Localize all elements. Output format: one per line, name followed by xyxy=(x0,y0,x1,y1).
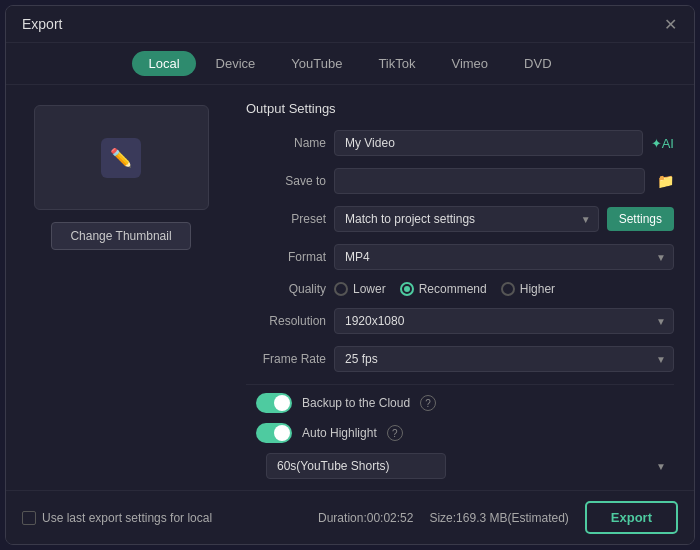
tab-dvd[interactable]: DVD xyxy=(508,51,567,76)
name-label: Name xyxy=(246,136,326,150)
divider xyxy=(246,384,674,385)
last-settings-label: Use last export settings for local xyxy=(42,511,212,525)
resolution-select-wrapper: 1920x1080 ▼ xyxy=(334,308,674,334)
resolution-row: Resolution 1920x1080 ▼ xyxy=(246,308,674,334)
name-row: Name ✦AI xyxy=(246,130,674,156)
resolution-select[interactable]: 1920x1080 xyxy=(334,308,674,334)
shorts-select-wrapper: 60s(YouTube Shorts) ▼ xyxy=(266,453,674,479)
bottom-bar: Use last export settings for local Durat… xyxy=(6,490,694,544)
quality-label: Quality xyxy=(246,282,326,296)
quality-lower-option[interactable]: Lower xyxy=(334,282,386,296)
auto-highlight-toggle[interactable] xyxy=(256,423,292,443)
duration-text: Duration:00:02:52 xyxy=(318,511,413,525)
preset-select[interactable]: Match to project settings xyxy=(334,206,599,232)
shorts-dropdown-arrow: ▼ xyxy=(656,461,666,472)
quality-recommend-radio[interactable] xyxy=(400,282,414,296)
format-label: Format xyxy=(246,250,326,264)
last-settings-checkbox-label[interactable]: Use last export settings for local xyxy=(22,511,212,525)
quality-higher-label: Higher xyxy=(520,282,555,296)
quality-higher-radio[interactable] xyxy=(501,282,515,296)
quality-lower-radio[interactable] xyxy=(334,282,348,296)
close-button[interactable]: ✕ xyxy=(662,16,678,32)
format-select[interactable]: MP4 xyxy=(334,244,674,270)
title-bar: Export ✕ xyxy=(6,6,694,43)
backup-cloud-toggle[interactable] xyxy=(256,393,292,413)
quality-radio-group: Lower Recommend Higher xyxy=(334,282,555,296)
preset-label: Preset xyxy=(246,212,326,226)
last-settings-checkbox[interactable] xyxy=(22,511,36,525)
window-title: Export xyxy=(22,16,62,32)
quality-recommend-option[interactable]: Recommend xyxy=(400,282,487,296)
save-to-label: Save to xyxy=(246,174,326,188)
quality-higher-option[interactable]: Higher xyxy=(501,282,555,296)
folder-icon[interactable]: 📁 xyxy=(657,173,674,189)
quality-recommend-label: Recommend xyxy=(419,282,487,296)
backup-cloud-help-icon[interactable]: ? xyxy=(420,395,436,411)
tabs-bar: Local Device YouTube TikTok Vimeo DVD xyxy=(6,43,694,85)
backup-cloud-row: Backup to the Cloud ? xyxy=(246,393,674,413)
frame-rate-label: Frame Rate xyxy=(246,352,326,366)
tab-vimeo[interactable]: Vimeo xyxy=(435,51,504,76)
save-to-row: Save to 📁 xyxy=(246,168,674,194)
tab-tiktok[interactable]: TikTok xyxy=(362,51,431,76)
auto-highlight-help-icon[interactable]: ? xyxy=(387,425,403,441)
right-panel: Output Settings Name ✦AI Save to 📁 Prese… xyxy=(236,85,694,490)
size-text: Size:169.3 MB(Estimated) xyxy=(429,511,568,525)
quality-row: Quality Lower Recommend Higher xyxy=(246,282,674,296)
pencil-icon: ✏️ xyxy=(101,138,141,178)
shorts-row: 60s(YouTube Shorts) ▼ xyxy=(256,453,674,479)
preset-row: Preset Match to project settings ▼ Setti… xyxy=(246,206,674,232)
frame-rate-select[interactable]: 25 fps xyxy=(334,346,674,372)
settings-button[interactable]: Settings xyxy=(607,207,674,231)
format-select-wrapper: MP4 ▼ xyxy=(334,244,674,270)
export-button[interactable]: Export xyxy=(585,501,678,534)
quality-lower-label: Lower xyxy=(353,282,386,296)
ai-icon[interactable]: ✦AI xyxy=(651,136,674,151)
backup-cloud-label: Backup to the Cloud xyxy=(302,396,410,410)
name-input[interactable] xyxy=(334,130,643,156)
format-row: Format MP4 ▼ xyxy=(246,244,674,270)
auto-highlight-label: Auto Highlight xyxy=(302,426,377,440)
bottom-info: Duration:00:02:52 Size:169.3 MB(Estimate… xyxy=(318,501,678,534)
shorts-select[interactable]: 60s(YouTube Shorts) xyxy=(266,453,446,479)
auto-highlight-row: Auto Highlight ? xyxy=(246,423,674,443)
main-content: ✏️ Change Thumbnail Output Settings Name… xyxy=(6,85,694,490)
resolution-label: Resolution xyxy=(246,314,326,328)
save-to-input[interactable] xyxy=(334,168,645,194)
export-window: Export ✕ Local Device YouTube TikTok Vim… xyxy=(5,5,695,545)
preset-select-wrapper: Match to project settings ▼ xyxy=(334,206,599,232)
frame-rate-select-wrapper: 25 fps ▼ xyxy=(334,346,674,372)
tab-youtube[interactable]: YouTube xyxy=(275,51,358,76)
left-panel: ✏️ Change Thumbnail xyxy=(6,85,236,490)
frame-rate-row: Frame Rate 25 fps ▼ xyxy=(246,346,674,372)
output-settings-title: Output Settings xyxy=(246,101,674,116)
change-thumbnail-button[interactable]: Change Thumbnail xyxy=(51,222,190,250)
tab-local[interactable]: Local xyxy=(132,51,195,76)
thumbnail-preview: ✏️ xyxy=(34,105,209,210)
tab-device[interactable]: Device xyxy=(200,51,272,76)
